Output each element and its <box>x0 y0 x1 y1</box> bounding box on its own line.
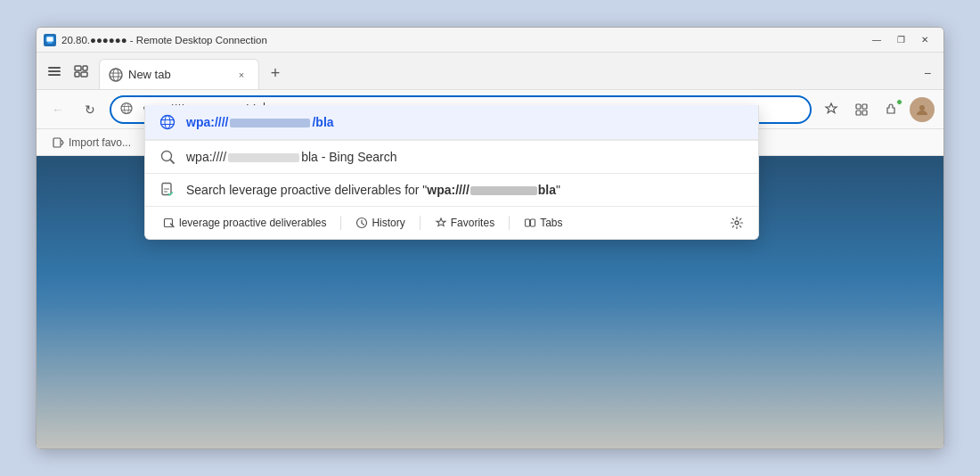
footer-tabs-btn[interactable]: Tabs <box>517 213 569 233</box>
window-title-bar: 20.80.●●●●●● - Remote Desktop Connection… <box>37 28 943 53</box>
suggestion-text-2: wpa:////bla - Bing Search <box>186 150 397 164</box>
footer-favorites-label: Favorites <box>451 217 494 229</box>
dropdown-footer: leverage proactive deliverables History … <box>145 207 758 239</box>
svg-rect-7 <box>83 66 87 70</box>
collections-btn[interactable] <box>849 97 874 122</box>
restore-window-btn[interactable]: ❐ <box>889 32 912 48</box>
import-favorites-btn[interactable]: Import favo... <box>47 135 136 151</box>
import-favorites-label: Import favo... <box>69 136 131 149</box>
active-tab[interactable]: New tab × <box>99 59 259 89</box>
svg-rect-5 <box>48 74 61 76</box>
back-btn[interactable]: ← <box>45 97 70 122</box>
footer-sep-3 <box>509 216 510 230</box>
svg-point-14 <box>121 103 132 113</box>
svg-rect-18 <box>856 104 861 109</box>
svg-rect-0 <box>46 37 53 42</box>
svg-rect-23 <box>53 138 61 147</box>
svg-rect-33 <box>526 219 530 226</box>
favorites-btn[interactable] <box>819 97 844 122</box>
svg-rect-8 <box>75 72 79 77</box>
dropdown-suggestion-3[interactable]: Search leverage proactive deliverables f… <box>145 174 758 206</box>
svg-point-11 <box>113 69 118 81</box>
tab-bar: New tab × + − <box>37 53 943 90</box>
tab-overview-icon[interactable] <box>70 61 92 82</box>
svg-point-25 <box>165 116 170 129</box>
footer-favorites-btn[interactable]: Favorites <box>428 213 502 233</box>
refresh-btn[interactable]: ↻ <box>78 97 102 122</box>
window-controls: — ❐ ✕ <box>865 32 936 48</box>
address-globe-icon <box>120 102 133 117</box>
footer-history-btn[interactable]: History <box>348 213 412 233</box>
tab-close-btn[interactable]: × <box>233 67 249 83</box>
svg-rect-19 <box>862 104 867 109</box>
svg-rect-10 <box>110 69 122 81</box>
svg-rect-1 <box>48 42 52 44</box>
suggestion-text-3: Search leverage proactive deliverables f… <box>186 183 560 197</box>
footer-history-label: History <box>372 217 404 229</box>
profile-btn[interactable] <box>910 97 935 122</box>
svg-point-22 <box>919 105 925 111</box>
svg-rect-2 <box>47 43 53 44</box>
tab-favicon-icon <box>109 68 123 82</box>
tab-left-icons <box>44 61 92 89</box>
svg-rect-9 <box>81 72 87 77</box>
page-icon-3 <box>159 182 176 198</box>
footer-tabs-label: Tabs <box>540 217 562 229</box>
footer-sep-2 <box>420 216 421 230</box>
svg-rect-20 <box>856 111 861 115</box>
address-dropdown: wpa://///bla wpa:////bla - Bing Search <box>144 105 759 240</box>
svg-rect-3 <box>48 67 61 69</box>
nav-right-icons <box>819 97 935 122</box>
dropdown-suggestion-2[interactable]: wpa:////bla - Bing Search <box>145 141 758 173</box>
new-tab-btn[interactable]: + <box>263 61 288 86</box>
window-title: 20.80.●●●●●● - Remote Desktop Connection <box>61 35 860 45</box>
svg-point-35 <box>735 221 739 225</box>
suggestion-text-1: wpa://///bla <box>186 115 334 129</box>
browser-window: 20.80.●●●●●● - Remote Desktop Connection… <box>36 27 944 449</box>
search-icon-2 <box>159 149 176 165</box>
rdp-icon <box>44 34 56 46</box>
extensions-btn[interactable] <box>879 97 904 122</box>
svg-rect-21 <box>862 111 867 115</box>
svg-rect-31 <box>165 219 173 227</box>
svg-point-24 <box>161 116 175 129</box>
tab-title: New tab <box>128 68 228 81</box>
svg-rect-4 <box>48 70 61 72</box>
footer-settings-btn[interactable] <box>726 212 747 234</box>
svg-rect-6 <box>75 66 81 70</box>
suggestion-globe-icon-1 <box>159 114 176 130</box>
footer-search-label: leverage proactive deliverables <box>179 217 326 229</box>
minimize-window-btn[interactable]: — <box>865 32 888 48</box>
svg-rect-34 <box>531 219 535 226</box>
tab-bar-minimize[interactable]: − <box>919 64 936 82</box>
footer-search-btn[interactable]: leverage proactive deliverables <box>156 213 333 233</box>
svg-line-29 <box>170 160 174 163</box>
svg-point-15 <box>125 103 129 113</box>
tab-menu-icon[interactable] <box>44 61 65 82</box>
footer-sep-1 <box>340 216 341 230</box>
close-window-btn[interactable]: ✕ <box>913 32 936 48</box>
dropdown-suggestion-1[interactable]: wpa://///bla <box>145 105 758 140</box>
